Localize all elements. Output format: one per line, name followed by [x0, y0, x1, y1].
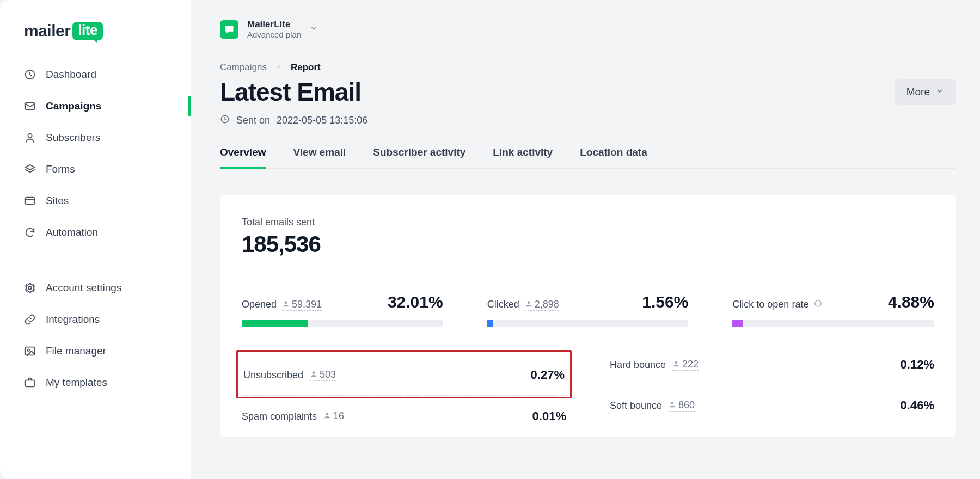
sidebar-item-my-templates[interactable]: My templates — [0, 367, 191, 398]
svg-point-2 — [28, 134, 32, 138]
breadcrumb-current: Report — [291, 62, 321, 73]
layers-icon — [24, 163, 36, 175]
person-icon — [323, 410, 331, 422]
stat-count[interactable]: 16 — [323, 410, 344, 422]
more-label: More — [906, 86, 930, 98]
sidebar-item-file-manager[interactable]: File manager — [0, 335, 191, 367]
svg-point-14 — [675, 361, 678, 364]
metric-label: Clicked — [487, 299, 519, 310]
info-icon[interactable] — [814, 299, 822, 310]
stat-pct: 0.46% — [901, 398, 934, 413]
svg-point-9 — [285, 301, 287, 304]
progress-fill-opened — [242, 320, 308, 327]
metric-pct: 4.88% — [888, 293, 934, 311]
sent-at: 2022-05-05 13:15:06 — [277, 115, 367, 126]
svg-rect-5 — [26, 347, 35, 355]
metric-count[interactable]: 59,391 — [282, 299, 322, 311]
main-content: MailerLite Advanced plan Campaigns Repor… — [191, 0, 980, 479]
sidebar-item-subscribers[interactable]: Subscribers — [0, 122, 191, 153]
stat-label: Soft bounce — [610, 400, 662, 412]
svg-rect-3 — [26, 198, 35, 205]
tab-subscriber-activity[interactable]: Subscriber activity — [373, 146, 465, 168]
stat-count[interactable]: 860 — [669, 400, 695, 412]
progress-bar — [732, 320, 934, 327]
stat-unsubscribed: Unsubscribed 503 0.27% — [243, 355, 565, 396]
progress-bar — [487, 320, 689, 327]
sidebar-item-automation[interactable]: Automation — [0, 217, 191, 248]
stat-count[interactable]: 503 — [310, 369, 336, 381]
report-tabs: Overview View email Subscriber activity … — [220, 146, 956, 169]
account-plan: Advanced plan — [247, 30, 301, 40]
briefcase-icon — [24, 377, 36, 389]
highlight-unsubscribed: Unsubscribed 503 0.27% — [236, 350, 572, 398]
progress-fill-ctor — [732, 320, 743, 327]
metric-count[interactable]: 2,898 — [525, 299, 559, 311]
tab-view-email[interactable]: View email — [293, 146, 346, 168]
image-icon — [24, 345, 36, 357]
metric-pct: 32.01% — [388, 293, 443, 311]
account-avatar — [220, 20, 238, 39]
overview-card: Total emails sent 185,536 Opened 59,391 … — [220, 195, 956, 437]
sidebar: mailer lite Dashboard Campaigns Subscrib… — [0, 0, 191, 479]
more-button[interactable]: More — [895, 79, 956, 105]
nav-divider — [0, 248, 191, 272]
progress-bar — [242, 320, 443, 327]
sidebar-item-integrations[interactable]: Integrations — [0, 304, 191, 335]
nav-label: Sites — [46, 195, 69, 207]
nav-label: Integrations — [46, 314, 100, 326]
sidebar-item-forms[interactable]: Forms — [0, 153, 191, 185]
person-icon — [525, 299, 532, 310]
metric-pct: 1.56% — [642, 293, 688, 311]
stat-label: Spam complaints — [242, 411, 317, 422]
page-title: Latest Email — [220, 77, 361, 107]
stat-soft-bounce: Soft bounce 860 0.46% — [610, 385, 934, 426]
metric-label: Opened — [242, 299, 277, 310]
stat-label: Hard bounce — [610, 359, 666, 371]
stat-pct: 0.12% — [901, 358, 934, 372]
nav-label: Forms — [46, 163, 75, 175]
nav-label: My templates — [46, 377, 107, 389]
link-icon — [24, 314, 36, 326]
brand-word-1: mailer — [24, 22, 70, 40]
svg-point-10 — [527, 301, 530, 304]
account-name: MailerLite — [247, 19, 301, 30]
clock-icon — [220, 114, 230, 127]
brand-word-2: lite — [72, 22, 103, 40]
person-icon — [310, 369, 317, 380]
svg-point-13 — [326, 413, 329, 415]
sidebar-item-sites[interactable]: Sites — [0, 185, 191, 217]
person-icon — [669, 400, 676, 411]
brand-logo[interactable]: mailer lite — [0, 22, 191, 59]
gear-icon — [24, 282, 36, 294]
nav-label: Campaigns — [46, 100, 101, 112]
stat-count[interactable]: 222 — [672, 359, 699, 371]
stat-spam: Spam complaints 16 0.01% — [242, 396, 566, 437]
sidebar-item-dashboard[interactable]: Dashboard — [0, 59, 191, 90]
progress-fill-clicked — [487, 320, 493, 327]
metric-clicked: Clicked 2,898 1.56% — [465, 274, 711, 342]
tab-overview[interactable]: Overview — [220, 146, 266, 168]
breadcrumb-root[interactable]: Campaigns — [220, 62, 267, 73]
user-icon — [24, 132, 36, 144]
tab-link-activity[interactable]: Link activity — [493, 146, 553, 168]
chevron-down-icon — [935, 86, 944, 98]
metric-ctor: Click to open rate 4.88% — [710, 274, 956, 342]
browser-icon — [24, 195, 36, 207]
person-icon — [282, 299, 290, 310]
stat-pct: 0.27% — [531, 368, 565, 382]
primary-nav: Dashboard Campaigns Subscribers Forms Si… — [0, 59, 191, 398]
svg-rect-7 — [26, 380, 35, 386]
metric-label: Click to open rate — [732, 299, 808, 310]
stat-hard-bounce: Hard bounce 222 0.12% — [610, 342, 934, 385]
account-switcher[interactable]: MailerLite Advanced plan — [220, 19, 956, 40]
nav-label: File manager — [46, 345, 106, 357]
sidebar-item-account-settings[interactable]: Account settings — [0, 272, 191, 304]
sidebar-item-campaigns[interactable]: Campaigns — [0, 90, 191, 122]
nav-label: Automation — [46, 226, 98, 238]
chevron-down-icon — [310, 24, 317, 34]
tab-location-data[interactable]: Location data — [580, 146, 647, 168]
person-icon — [672, 359, 680, 370]
nav-label: Dashboard — [46, 69, 96, 81]
nav-label: Account settings — [46, 282, 121, 294]
stat-pct: 0.01% — [532, 409, 566, 423]
